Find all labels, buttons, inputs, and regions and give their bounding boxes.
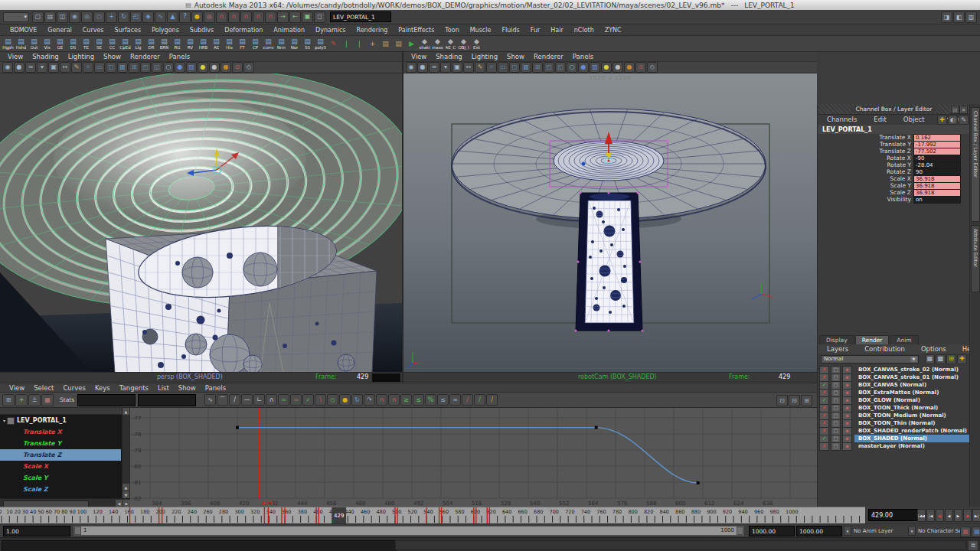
time-snap-icon[interactable]: ∩ <box>376 394 387 406</box>
range-slider-bar[interactable]: 1 1000 <box>74 526 744 536</box>
rotate-tool-icon[interactable]: ↻ <box>118 11 129 23</box>
outliner-item-lev_portal_1[interactable]: ▾LEV_PORTAL_1 <box>0 415 121 426</box>
outliner-item-scale-x[interactable]: Scale X <box>0 461 121 472</box>
use-no-lights-icon[interactable]: ● <box>220 62 231 73</box>
shelf-tab-hair[interactable]: Hair <box>545 27 568 34</box>
grease-pencil-icon[interactable]: ✎ <box>475 62 485 73</box>
shelf-button-curre[interactable]: ▤curre <box>262 36 275 51</box>
layer-editor-tab-display[interactable]: Display <box>819 335 854 344</box>
go-to-start-button[interactable]: |◀◀ <box>917 509 926 522</box>
camera-attributes-icon[interactable]: ≡ <box>429 62 439 73</box>
shelf-button-TE[interactable]: ▤TE <box>80 36 93 51</box>
shelf-tab-toon[interactable]: Toon <box>439 27 464 34</box>
viewport-persp[interactable]: ViewShadingLightingShowRendererPanels ◉●… <box>0 52 403 383</box>
select-by-hierarchy-icon[interactable]: ◉ <box>69 11 80 23</box>
play-backwards-button[interactable]: ◀ <box>945 509 953 522</box>
resolution-gate-icon[interactable]: ◻ <box>106 62 116 73</box>
snap-to-curves-icon[interactable]: ∩ <box>228 11 240 23</box>
current-time-field[interactable] <box>868 509 919 521</box>
graph-editor-menu-view[interactable]: View <box>5 384 29 392</box>
pre-infinity-offset-icon[interactable]: ≤ <box>413 394 424 406</box>
range-start-handle[interactable] <box>74 527 81 535</box>
channel-box-object-name[interactable]: LEV_PORTAL_1 <box>818 125 970 134</box>
shelf-tab-subdivs[interactable]: Subdivs <box>185 27 219 34</box>
character-set-selector[interactable]: ▾ No Character Set <box>908 526 964 536</box>
shelf-tab-animation[interactable]: Animation <box>268 27 310 34</box>
scale-tool-icon[interactable]: ◰ <box>130 11 142 23</box>
swap-buffer-curves-icon[interactable]: ≈ <box>290 394 302 406</box>
graph-editor-menu-select[interactable]: Select <box>29 384 58 392</box>
shelf-button-▤[interactable]: ▤ <box>379 36 392 51</box>
safe-action-icon[interactable]: ◰ <box>140 62 151 73</box>
snap-to-view-planes-icon[interactable]: ∩ <box>253 11 264 23</box>
move-nearest-picked-key-icon[interactable]: ⊞ <box>2 394 15 406</box>
lock-camera-icon[interactable]: ● <box>417 62 428 73</box>
shelf-button-polyS[interactable]: ▤polyS <box>314 36 327 51</box>
play-forwards-button[interactable]: ▶ <box>954 509 962 522</box>
layer-row[interactable]: ✗□▪BOX_SHADED_renderPatch (Normal) <box>818 427 970 435</box>
layer-row[interactable]: ✗□▪masterLayer (Normal) <box>818 442 970 450</box>
shelf-button-FT[interactable]: ▤FT <box>236 36 249 51</box>
xray-mode-icon[interactable]: ◇ <box>647 62 658 73</box>
copy-layer-icon[interactable]: ⊞ <box>946 354 956 364</box>
channel-box-menu-edit[interactable]: Edit <box>869 116 890 123</box>
channel-box-menu-channels[interactable]: Channels <box>822 116 861 123</box>
image-plane-icon[interactable]: ▣ <box>452 62 462 73</box>
shelf-button-mass[interactable]: ◆mass <box>431 36 444 51</box>
toggle-attribute-editor-icon[interactable]: ◨ <box>941 11 952 23</box>
graph-editor-menu-show[interactable]: Show <box>174 384 201 392</box>
shelf-button-DR[interactable]: ▤DR <box>145 36 158 51</box>
outliner-item-translate-y[interactable]: Translate Y <box>0 438 121 449</box>
graph-editor-menu-keys[interactable]: Keys <box>90 384 115 392</box>
lock-camera-icon[interactable]: ● <box>14 62 24 73</box>
shelf-tab-zync[interactable]: ZYNC <box>599 27 627 34</box>
shelf-button-DS[interactable]: ▤DS <box>67 36 80 51</box>
graph-editor-menu-list[interactable]: List <box>153 384 174 392</box>
shelf-button-AE_C[interactable]: ◆AE_C <box>444 36 457 51</box>
shelf-tab-fur[interactable]: Fur <box>525 27 546 34</box>
value-snap-icon[interactable]: ∩ <box>388 394 400 406</box>
safe-title-icon[interactable]: ◱ <box>555 62 566 73</box>
graph-editor-menu-curves[interactable]: Curves <box>58 384 90 392</box>
shelf-button-SS[interactable]: ▤SS <box>301 36 314 51</box>
persp-viewport-canvas[interactable] <box>0 73 402 373</box>
snap-to-grids-icon[interactable]: ∩ <box>216 11 227 23</box>
shelf-button-Nor[interactable]: ▤Nor <box>288 36 301 51</box>
layer-renderable-toggle[interactable]: ✗ <box>819 442 829 451</box>
textured-mode-icon[interactable]: ▨ <box>590 62 600 73</box>
clamped-tangents-icon[interactable]: ⌒ <box>217 394 228 406</box>
grease-pencil-icon[interactable]: ✎ <box>71 62 82 73</box>
layer-row[interactable]: ✗□▪BOX_TOON_Thin (Normal) <box>818 419 970 427</box>
plateau-tangents-icon[interactable]: ∩ <box>266 394 277 406</box>
unify-tangents-icon[interactable]: ∖ <box>315 394 326 406</box>
tab-channel-box-layer-editor[interactable]: Channel Box / Layer Editor <box>971 107 980 222</box>
layer-menu-layers[interactable]: Layers <box>822 345 853 353</box>
step-tangents-icon[interactable]: ∟ <box>253 394 265 406</box>
shelf-button-SE[interactable]: ▤SE <box>93 36 106 51</box>
bookmark-view-icon[interactable]: ▾ <box>37 62 47 73</box>
range-end-handle[interactable] <box>737 527 743 535</box>
shelf-button-CP[interactable]: ▤CP <box>249 36 262 51</box>
field-chart-icon[interactable]: ⊞ <box>129 62 139 73</box>
anim-layer-selector[interactable]: ▾ No Anim Layer <box>844 526 893 536</box>
layer-display-toggle[interactable]: □ <box>831 442 841 451</box>
stacked-curves-icon[interactable]: ≡ <box>449 394 461 406</box>
soft-modification-icon[interactable]: ∿ <box>155 11 166 23</box>
step-back-frame-button[interactable]: |◀ <box>926 509 935 522</box>
layer-row[interactable]: ✓□▪BOX_CANVAS (Normal) <box>818 381 970 389</box>
select-by-component-type-icon[interactable]: ○ <box>93 11 105 23</box>
playback-end-field[interactable] <box>749 526 795 536</box>
add-keys-icon[interactable]: ± <box>28 394 41 406</box>
persp-menu-panels[interactable]: Panels <box>165 53 194 60</box>
select-by-object-type-icon[interactable]: ◎ <box>81 11 93 23</box>
snap-to-points-icon[interactable]: ∩ <box>240 11 252 23</box>
script-editor-icon[interactable]: ≣ <box>968 540 978 551</box>
show-manipulator-icon[interactable]: ▲ <box>167 11 178 23</box>
stats-value-input[interactable] <box>138 394 196 406</box>
flat-tangents-icon[interactable]: — <box>241 394 253 406</box>
outliner-item-translate-z[interactable]: Translate Z <box>0 449 121 461</box>
shelf-button-Lig[interactable]: ▤Lig <box>132 36 145 51</box>
shelf-button-AE[interactable]: ▤AE <box>210 36 223 51</box>
manipulator-icon-icon[interactable]: ✚ <box>937 115 947 125</box>
construction-history-icon[interactable]: ▣ <box>302 11 313 23</box>
